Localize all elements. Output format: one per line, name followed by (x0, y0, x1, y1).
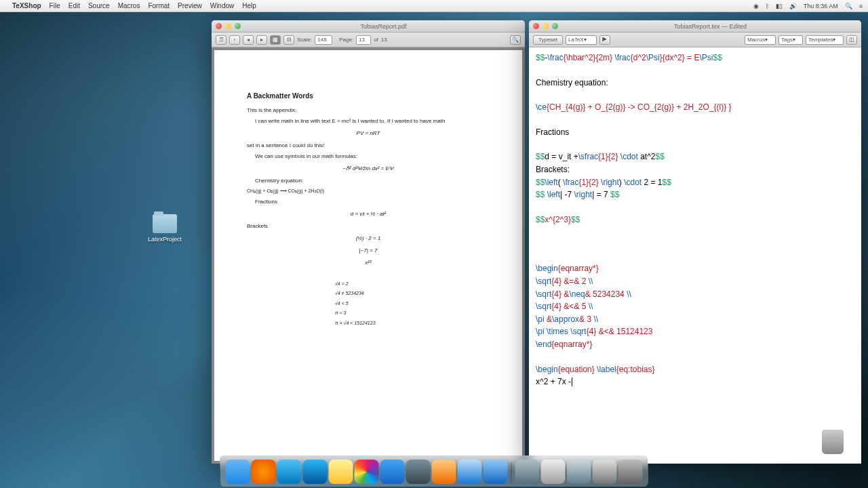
dock-doc[interactable] (593, 460, 617, 484)
equation-pv: PV = nRT (247, 129, 490, 138)
dock-finder[interactable] (226, 460, 250, 484)
scale-label: Scale: (297, 37, 312, 43)
equation-power: x²³ (247, 259, 490, 267)
page-field[interactable]: 13 (356, 35, 371, 45)
goto-error-button[interactable]: ⯈ (599, 35, 610, 45)
dock-settings[interactable] (567, 460, 591, 484)
macros-select[interactable]: Macros ▾ (745, 35, 776, 45)
menu-preview[interactable]: Preview (178, 2, 202, 9)
sentence-text: set in a sentence I could do this! (247, 142, 490, 150)
dock-textedit[interactable] (541, 460, 566, 484)
equation-schrodinger: −ℏ² d²Ψ⁄2m dx² = EΨ (247, 165, 490, 173)
code-line: \sqrt{4} &=& 2 \\ (536, 275, 854, 288)
menu-edit[interactable]: Edit (68, 2, 80, 9)
typeset-button[interactable]: Typeset (533, 35, 563, 45)
pdf-titlebar[interactable]: TobiasReport.pdf (212, 20, 525, 33)
folder-label: LatexProject (148, 236, 182, 243)
symbols-text: We can use symbols in our math formulas: (247, 152, 490, 161)
menu-window[interactable]: Window (210, 2, 235, 9)
minimize-button[interactable] (542, 23, 549, 29)
battery-icon[interactable]: ▮▯ (776, 3, 783, 9)
clock[interactable]: Thu 8:36 AM (804, 3, 838, 9)
tex-titlebar[interactable]: TobiasReport.tex — Edited (529, 20, 861, 33)
dock-preview[interactable] (432, 460, 456, 484)
code-line: \sqrt{4} &<& 5 \\ (536, 300, 854, 313)
dock-iphoto[interactable] (355, 460, 379, 484)
fit-button[interactable]: ⊟ (283, 35, 294, 45)
code-line: \end{eqnarray*} (536, 338, 854, 351)
scale-field[interactable]: 148 (315, 35, 332, 45)
notification-icon[interactable]: ≡ (859, 3, 863, 9)
of-label: of (374, 37, 378, 43)
back-button[interactable]: ‹ (229, 35, 240, 45)
prev-page-button[interactable]: ◂ (243, 35, 254, 45)
code-line: x^2 + 7x - (536, 375, 854, 388)
tex-source-window: TobiasReport.tex — Edited Typeset LaTeX … (529, 20, 861, 464)
fractions-label: Fractions (247, 198, 490, 206)
desktop-trash[interactable] (819, 430, 846, 460)
pdf-page: A Backmatter Words This is the appendix.… (214, 50, 522, 461)
section-heading: A Backmatter Words (247, 91, 490, 101)
code-line: \begin{equation} \label{eq:tobias} (536, 363, 854, 376)
bluetooth-icon[interactable]: ᛒ (766, 3, 769, 9)
menu-source[interactable]: Source (88, 2, 110, 9)
drawer-button[interactable]: ☰ (216, 35, 226, 45)
pdf-toolbar: ☰ ‹ ◂ ▸ ▦ ⊟ Scale: 148 Page: 13 of 13 🔍 (212, 33, 525, 47)
zoom-button[interactable] (552, 23, 558, 29)
menu-help[interactable]: Help (242, 2, 256, 9)
app-menu[interactable]: TeXShop (12, 2, 41, 9)
menu-file[interactable]: File (50, 2, 60, 9)
dock-separator (511, 462, 512, 484)
code-line: Fractions (536, 126, 854, 139)
view-mode-button[interactable]: ▦ (270, 35, 281, 45)
code-line: Chemistry equation: (536, 77, 854, 89)
menu-format[interactable]: Format (148, 2, 170, 9)
code-line: $$\left( \frac{1}{2} \right) \cdot 2 = 1… (536, 176, 854, 189)
pdf-preview-window: TobiasReport.pdf ☰ ‹ ◂ ▸ ▦ ⊟ Scale: 148 … (212, 20, 525, 464)
dock-mail[interactable] (380, 460, 405, 484)
desktop-folder[interactable]: LatexProject (148, 214, 182, 243)
code-line: \pi \times \sqrt{4} &<& 15124123 (536, 325, 854, 338)
brackets-label: Brackets (247, 222, 490, 230)
dock-texshop[interactable] (515, 460, 540, 484)
menubar: TeXShop File Edit Source Macros Format P… (0, 0, 868, 12)
spotlight-icon[interactable]: 🔍 (845, 3, 852, 9)
close-button[interactable] (216, 23, 222, 29)
code-line: $$ \left| -7 \right| = 7 $$ (536, 188, 854, 201)
split-button[interactable]: ◫ (846, 35, 857, 45)
dock-firefox[interactable] (252, 460, 276, 484)
menu-macros[interactable]: Macros (118, 2, 140, 9)
engine-select[interactable]: LaTeX ▾ (566, 35, 597, 45)
tex-editor[interactable]: $$-\frac{\hbar^2}{2m} \frac{d^2\Psi}{dx^… (529, 47, 861, 464)
pdf-viewport[interactable]: A Backmatter Words This is the appendix.… (212, 47, 525, 464)
equation-brackets2: |−7| = 7 (247, 247, 490, 255)
dock-safari[interactable] (484, 460, 508, 484)
search-button[interactable]: 🔍 (510, 35, 521, 45)
dock-appstore[interactable] (458, 460, 482, 484)
appendix-text: This is the appendix. (247, 106, 490, 115)
trash-icon (822, 430, 844, 454)
code-line: \pi &\approx& 3 \\ (536, 313, 854, 326)
dock-notes[interactable] (329, 460, 353, 484)
wifi-icon[interactable]: ◉ (753, 3, 759, 9)
close-button[interactable] (533, 23, 539, 29)
next-page-button[interactable]: ▸ (256, 35, 267, 45)
dock-terminal[interactable] (406, 460, 431, 484)
zoom-button[interactable] (235, 23, 241, 29)
templates-select[interactable]: Templates ▾ (806, 35, 844, 45)
align-row: √4 = 2 (335, 281, 490, 288)
pdf-title: TobiasReport.pdf (246, 23, 521, 30)
align-row: π × √4 < 15124123 (335, 320, 490, 327)
dock-skype[interactable] (303, 460, 328, 484)
desktop: LatexProject TobiasReport.pdf ☰ ‹ ◂ ▸ ▦ … (0, 12, 868, 488)
page-total: 13 (381, 37, 387, 43)
page-label: Page: (339, 37, 353, 43)
volume-icon[interactable]: 🔊 (789, 3, 797, 9)
minimize-button[interactable] (225, 23, 231, 29)
align-row: √4 < 5 (335, 300, 490, 308)
tags-select[interactable]: Tags ▾ (778, 35, 803, 45)
dock-trash[interactable] (618, 460, 643, 484)
dock-activity[interactable] (277, 460, 302, 484)
dock (220, 455, 648, 487)
align-row: π ≈ 3 (335, 310, 490, 317)
